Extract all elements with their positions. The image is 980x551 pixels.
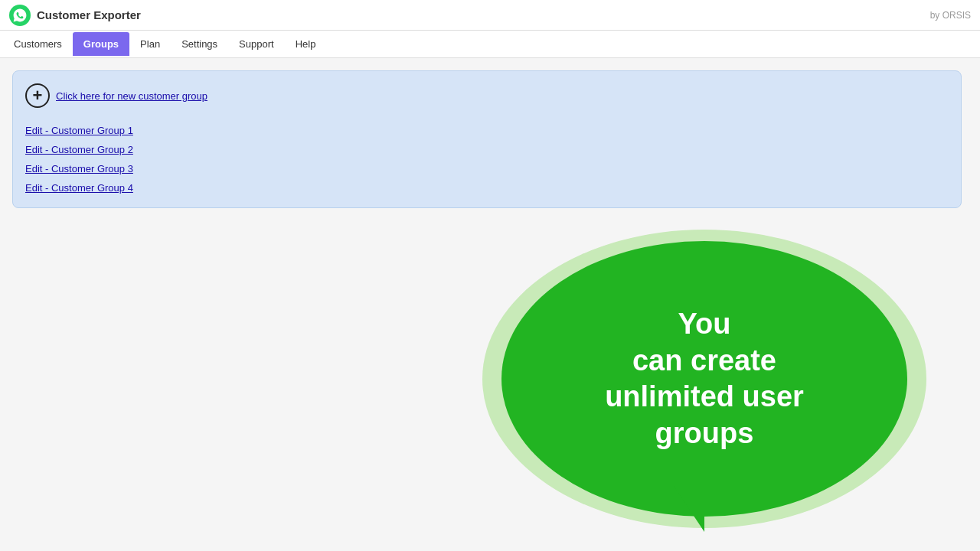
- speech-bubble-inner: You can create unlimited user groups: [501, 241, 907, 517]
- new-group-link[interactable]: Click here for new customer group: [56, 90, 207, 102]
- group-link-3[interactable]: Edit - Customer Group 3: [25, 161, 949, 176]
- group-link-4[interactable]: Edit - Customer Group 4: [25, 181, 949, 195]
- group-link-1[interactable]: Edit - Customer Group 1: [25, 123, 949, 138]
- nav-help[interactable]: Help: [285, 32, 327, 56]
- speech-bubble-text: You can create unlimited user groups: [590, 291, 819, 467]
- main-content: + Click here for new customer group Edit…: [0, 58, 980, 551]
- speech-bubble-tail: [674, 486, 704, 532]
- main-nav: Customers Groups Plan Settings Support H…: [0, 31, 980, 58]
- nav-customers[interactable]: Customers: [3, 32, 73, 56]
- nav-groups[interactable]: Groups: [73, 32, 129, 56]
- app-header: Customer Exporter by ORSIS: [0, 0, 980, 31]
- header-left: Customer Exporter: [9, 5, 141, 26]
- nav-support[interactable]: Support: [228, 32, 285, 56]
- app-title: Customer Exporter: [37, 8, 141, 21]
- nav-plan[interactable]: Plan: [129, 32, 171, 56]
- group-link-2[interactable]: Edit - Customer Group 2: [25, 142, 949, 157]
- nav-settings[interactable]: Settings: [171, 32, 228, 56]
- by-orsis-label: by ORSIS: [930, 10, 971, 21]
- speech-bubble: You can create unlimited user groups: [475, 230, 934, 551]
- app-logo-icon: [9, 5, 31, 26]
- new-group-row: + Click here for new customer group: [25, 83, 949, 108]
- groups-panel: + Click here for new customer group Edit…: [12, 70, 962, 208]
- add-group-icon[interactable]: +: [25, 83, 50, 108]
